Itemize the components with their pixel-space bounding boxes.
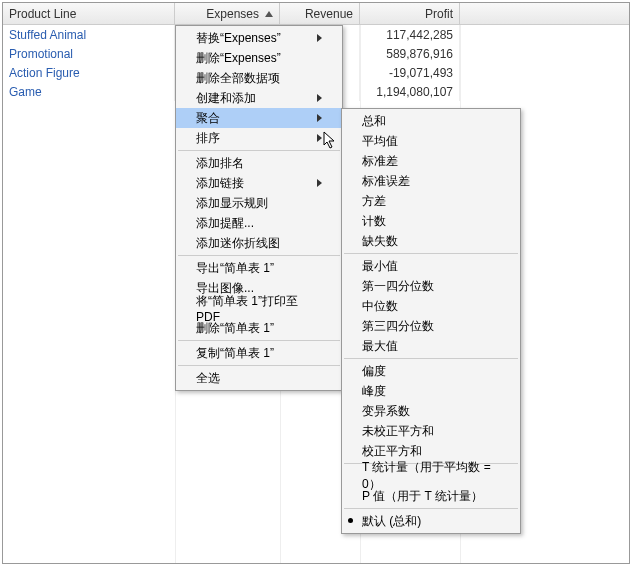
submenu-item-tstat[interactable]: T 统计量（用于平均数 = 0） bbox=[342, 466, 520, 486]
sort-ascending-icon bbox=[265, 11, 273, 17]
column-header-label: Expenses bbox=[206, 7, 259, 21]
submenu-item-uss[interactable]: 未校正平方和 bbox=[342, 421, 520, 441]
submenu-item-count[interactable]: 计数 bbox=[342, 211, 520, 231]
menu-item-label: 添加迷你折线图 bbox=[196, 235, 280, 252]
menu-item-label: 计数 bbox=[362, 213, 386, 230]
submenu-item-kurtosis[interactable]: 峰度 bbox=[342, 381, 520, 401]
chevron-right-icon bbox=[317, 94, 322, 102]
submenu-item-max[interactable]: 最大值 bbox=[342, 336, 520, 356]
menu-item-label: 删除全部数据项 bbox=[196, 70, 280, 87]
menu-item-label: 中位数 bbox=[362, 298, 398, 315]
menu-item-label: 删除“简单表 1” bbox=[196, 320, 274, 337]
chevron-right-icon bbox=[317, 179, 322, 187]
cell-profit: 1,194,080,107 bbox=[360, 82, 460, 101]
submenu-item-mean[interactable]: 平均值 bbox=[342, 131, 520, 151]
menu-separator bbox=[178, 255, 340, 256]
submenu-item-default[interactable]: 默认 (总和) bbox=[342, 511, 520, 531]
menu-item-label: 最小值 bbox=[362, 258, 398, 275]
menu-item-replace[interactable]: 替换“Expenses” bbox=[176, 28, 342, 48]
submenu-item-pvalue[interactable]: P 值（用于 T 统计量） bbox=[342, 486, 520, 506]
menu-item-label: 第三四分位数 bbox=[362, 318, 434, 335]
menu-item-label: 删除“Expenses” bbox=[196, 50, 281, 67]
menu-item-label: 替换“Expenses” bbox=[196, 30, 281, 47]
menu-item-label: 第一四分位数 bbox=[362, 278, 434, 295]
menu-separator bbox=[178, 150, 340, 151]
menu-item-label: 排序 bbox=[196, 130, 220, 147]
menu-item-label: 总和 bbox=[362, 113, 386, 130]
menu-item-label: 缺失数 bbox=[362, 233, 398, 250]
column-header-label: Revenue bbox=[305, 7, 353, 21]
column-header-profit[interactable]: Profit bbox=[360, 3, 460, 24]
submenu-item-skewness[interactable]: 偏度 bbox=[342, 361, 520, 381]
submenu-item-stddev[interactable]: 标准差 bbox=[342, 151, 520, 171]
menu-item-label: 偏度 bbox=[362, 363, 386, 380]
cell-product: Action Figure bbox=[3, 63, 175, 82]
menu-item-print-pdf[interactable]: 将“简单表 1”打印至 PDF bbox=[176, 298, 342, 318]
menu-item-label: 添加显示规则 bbox=[196, 195, 268, 212]
menu-item-label: 添加链接 bbox=[196, 175, 244, 192]
submenu-item-css[interactable]: 校正平方和 bbox=[342, 441, 520, 461]
menu-separator bbox=[178, 365, 340, 366]
column-header-label: Profit bbox=[425, 7, 453, 21]
menu-item-label: 标准差 bbox=[362, 153, 398, 170]
menu-item-add-rank[interactable]: 添加排名 bbox=[176, 153, 342, 173]
menu-item-copy-table[interactable]: 复制“简单表 1” bbox=[176, 343, 342, 363]
column-header-label: Product Line bbox=[9, 7, 76, 21]
menu-item-add-sparkline[interactable]: 添加迷你折线图 bbox=[176, 233, 342, 253]
submenu-item-missing[interactable]: 缺失数 bbox=[342, 231, 520, 251]
submenu-item-cv[interactable]: 变异系数 bbox=[342, 401, 520, 421]
menu-item-add-alert[interactable]: 添加提醒... bbox=[176, 213, 342, 233]
cell-profit: 589,876,916 bbox=[360, 44, 460, 63]
cell-product: Stuffed Animal bbox=[3, 25, 175, 44]
menu-item-label: 变异系数 bbox=[362, 403, 410, 420]
menu-item-delete-all[interactable]: 删除全部数据项 bbox=[176, 68, 342, 88]
table-header-row: Product Line Expenses Revenue Profit bbox=[3, 3, 629, 25]
cell-product: Promotional bbox=[3, 44, 175, 63]
cell-product: Game bbox=[3, 82, 175, 101]
menu-item-label: 全选 bbox=[196, 370, 220, 387]
menu-item-label: 复制“简单表 1” bbox=[196, 345, 274, 362]
menu-item-label: 峰度 bbox=[362, 383, 386, 400]
menu-separator bbox=[178, 340, 340, 341]
chevron-right-icon bbox=[317, 34, 322, 42]
aggregate-submenu: 总和 平均值 标准差 标准误差 方差 计数 缺失数 最小值 第一四分位数 中位数… bbox=[341, 108, 521, 534]
chevron-right-icon bbox=[317, 114, 322, 122]
column-context-menu: 替换“Expenses” 删除“Expenses” 删除全部数据项 创建和添加 … bbox=[175, 25, 343, 391]
menu-item-label: 导出“简单表 1” bbox=[196, 260, 274, 277]
chevron-right-icon bbox=[317, 134, 322, 142]
menu-item-delete-table[interactable]: 删除“简单表 1” bbox=[176, 318, 342, 338]
menu-item-export-table[interactable]: 导出“简单表 1” bbox=[176, 258, 342, 278]
menu-item-label: 校正平方和 bbox=[362, 443, 422, 460]
menu-item-label: 未校正平方和 bbox=[362, 423, 434, 440]
menu-item-label: 默认 (总和) bbox=[362, 513, 421, 530]
menu-separator bbox=[344, 253, 518, 254]
column-header-product[interactable]: Product Line bbox=[3, 3, 175, 24]
menu-item-label: 聚合 bbox=[196, 110, 220, 127]
menu-item-label: 方差 bbox=[362, 193, 386, 210]
column-header-expenses[interactable]: Expenses bbox=[175, 3, 280, 24]
menu-item-select-all[interactable]: 全选 bbox=[176, 368, 342, 388]
menu-item-label: 添加提醒... bbox=[196, 215, 254, 232]
menu-item-create-add[interactable]: 创建和添加 bbox=[176, 88, 342, 108]
submenu-item-stderr[interactable]: 标准误差 bbox=[342, 171, 520, 191]
submenu-item-median[interactable]: 中位数 bbox=[342, 296, 520, 316]
menu-item-add-link[interactable]: 添加链接 bbox=[176, 173, 342, 193]
submenu-item-q1[interactable]: 第一四分位数 bbox=[342, 276, 520, 296]
menu-item-label: 最大值 bbox=[362, 338, 398, 355]
submenu-item-sum[interactable]: 总和 bbox=[342, 111, 520, 131]
menu-item-label: 平均值 bbox=[362, 133, 398, 150]
submenu-item-min[interactable]: 最小值 bbox=[342, 256, 520, 276]
menu-separator bbox=[344, 358, 518, 359]
menu-item-add-display-rule[interactable]: 添加显示规则 bbox=[176, 193, 342, 213]
menu-item-delete-column[interactable]: 删除“Expenses” bbox=[176, 48, 342, 68]
data-table: Product Line Expenses Revenue Profit Stu… bbox=[2, 2, 630, 564]
selected-bullet-icon bbox=[348, 518, 353, 523]
column-header-revenue[interactable]: Revenue bbox=[280, 3, 360, 24]
submenu-item-q3[interactable]: 第三四分位数 bbox=[342, 316, 520, 336]
cell-profit: 117,442,285 bbox=[360, 25, 460, 44]
menu-item-aggregate[interactable]: 聚合 bbox=[176, 108, 342, 128]
cell-profit: -19,071,493 bbox=[360, 63, 460, 82]
menu-item-label: 标准误差 bbox=[362, 173, 410, 190]
submenu-item-variance[interactable]: 方差 bbox=[342, 191, 520, 211]
menu-item-sort[interactable]: 排序 bbox=[176, 128, 342, 148]
